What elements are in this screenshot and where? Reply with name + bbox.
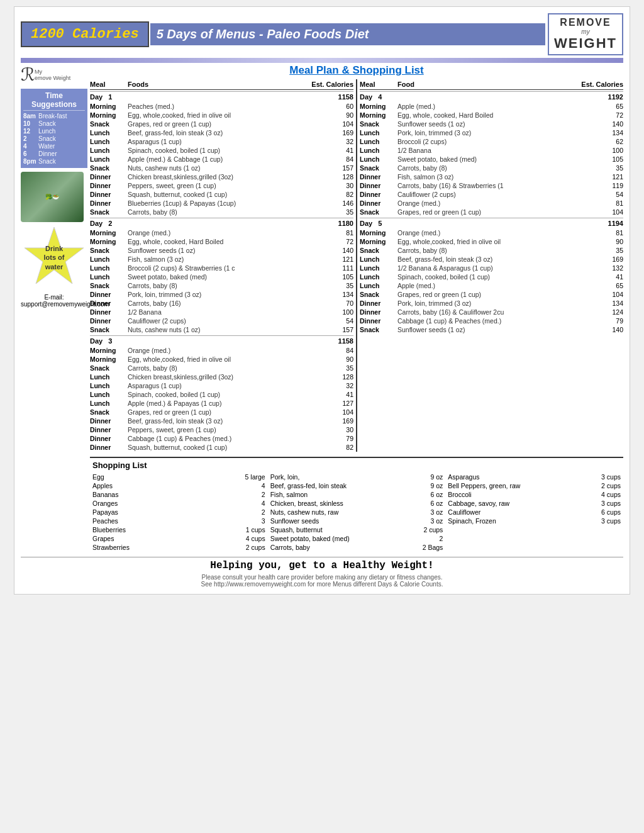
meal-type: Snack [90,120,128,128]
meal-cal: 140 [303,247,353,254]
meal-cal: 79 [573,317,623,325]
meal-food: Egg, whole,cooked, fried in olive oil [397,238,573,245]
shopping-section: Shopping List Egg5 largeApples4Bananas2O… [90,457,623,552]
table-row: MorningEgg, whole,cooked, fried in olive… [90,111,353,120]
page-title: 5 Days of Menus - Paleo Foods Diet [150,23,545,45]
meal-cal: 32 [303,382,353,389]
table-row: DinnerOrange (med.)81 [360,199,623,208]
meal-food: Carrots, baby (8) [128,364,303,372]
meal-cal: 81 [303,229,353,237]
meal-type: Morning [360,229,397,237]
shop-item-qty: 1 cups [243,526,265,534]
day-1-meals: MorningPeaches (med.)60MorningEgg, whole… [90,102,353,216]
table-row: SnackNuts, cashew nuts (1 oz)157 [90,164,353,172]
meal-type: Lunch [90,391,128,398]
table-row: SnackSunflower seeds (1 oz)140 [360,325,623,334]
meal-food: Egg, whole, cooked, Hard Boiled [397,111,573,119]
meal-type: Snack [360,247,397,254]
shop-item-name: Blueberries [92,526,243,534]
table-row: SnackSunflower seeds (1 oz)140 [360,120,623,128]
shop-item-qty: 2 [437,535,443,542]
table-row: MorningEgg, whole,cooked, fried in olive… [360,237,623,246]
meal-type: Lunch [360,147,397,154]
shop-item-qty: 3 cups [599,473,621,481]
meal-tables: Meal Plan & Shopping List Meal Foods Est… [90,64,623,552]
table-row: DinnerSquash, butternut, cooked (1 cup)8… [90,443,353,452]
time-12: 12 [23,128,36,135]
meal-food: Orange (med.) [128,229,303,237]
shop-item-qty: 2 cups [599,482,621,489]
meal-type: Lunch [90,255,128,263]
meal-cal: 105 [573,155,623,163]
table-row: LunchBroccoli (2 cups)62 [360,137,623,146]
list-item: Cabbage, savoy, raw3 cups [448,499,621,508]
list-item: Peaches3 [92,517,265,525]
day-4-header: Day 4 1192 [360,91,623,102]
meal-type: Dinner [360,191,397,198]
shop-item-name: Chicken, breast, skinless [270,500,428,507]
meal-type: Morning [360,111,397,119]
meal-type: Dinner [90,199,128,207]
time-8pm-label: Snack [38,158,56,165]
list-item: Blueberries1 cups [92,525,265,534]
shop-item-qty: 2 Bags [420,544,443,551]
table-row: LunchSpinach, cooked, boiled (1 cup)41 [90,146,353,155]
meal-food: Orange (med.) [128,347,303,354]
list-item: Nuts, cashew nuts, raw3 oz [270,508,443,517]
table-row: DinnerPork, loin, trimmed (3 oz)134 [90,290,353,299]
day-5-label: Day 5 [360,220,573,227]
meal-cal: 35 [303,208,353,216]
meal-type: Dinner [360,299,397,307]
shop-item-qty: 6 oz [428,491,443,498]
meal-cal: 127 [303,400,353,407]
meal-cal: 32 [303,138,353,145]
header-cal-left: Est. Calories [303,81,353,88]
meal-cal: 121 [303,255,353,263]
meal-type: Dinner [90,291,128,298]
time-8am-label: Break-fast [38,113,67,120]
meal-type: Snack [90,208,128,216]
footer-tagline: Helping you, get to a Healthy Weight! [21,560,623,571]
header-food-right: Food [397,81,573,88]
list-item: Sweet potato, baked (med)2 [270,534,443,543]
veggie-image: 🥦🥗 [21,172,84,222]
table-row: LunchSpinach, cooked, boiled (1 cup)41 [360,272,623,281]
day-4-cal: 1192 [573,93,623,101]
table-row: MorningOrange (med.)81 [90,228,353,237]
shop-item-qty: 2 cups [243,544,265,551]
table-row: MorningEgg, whole,cooked, fried in olive… [90,355,353,364]
meal-cal: 90 [573,238,623,245]
meal-food: Beef, grass-fed, loin steak (3 oz) [397,255,573,263]
meal-food: Nuts, cashew nuts (1 oz) [128,326,303,333]
meal-type: Dinner [90,299,128,307]
shop-item-name: Bell Peppers, green, raw [448,482,599,489]
meal-type: Snack [90,326,128,333]
list-item: Bananas2 [92,490,265,499]
time-row-4: 4 Water [23,143,85,150]
meal-food: 1/2 Banana [128,308,303,316]
meal-type: Lunch [360,273,397,281]
meal-type: Lunch [90,129,128,137]
meal-type: Dinner [90,173,128,181]
meal-cal: 100 [303,308,353,316]
day-4-label: Day 4 [360,93,573,101]
table-row: LunchSweet potato, baked (med)105 [360,155,623,164]
list-item: Papayas2 [92,508,265,517]
meal-cal: 82 [303,444,353,451]
main-content: ℛ Myemove Weight Time Suggestions 8am Br… [21,64,623,552]
header: 1200 Calories 5 Days of Menus - Paleo Fo… [21,13,623,55]
meal-cal: 79 [303,435,353,442]
meal-type: Lunch [360,155,397,163]
day-5-header: Day 5 1194 [360,218,623,228]
table-row: DinnerCauliflower (2 cups)54 [360,190,623,199]
shop-item-name: Cauliflower [448,508,599,516]
shopping-col-3: Asparagus3 cupsBell Peppers, green, raw2… [448,472,621,552]
meal-food: Carrots, baby (16) [128,299,303,307]
meal-cal: 121 [573,173,623,181]
meal-cal: 54 [303,317,353,325]
day-2-meals: MorningOrange (med.)81MorningEgg, whole,… [90,228,353,334]
meal-cal: 41 [573,273,623,281]
time-row-8am: 8am Break-fast [23,113,85,120]
meal-cal: 81 [573,199,623,207]
meal-cal: 30 [303,426,353,433]
